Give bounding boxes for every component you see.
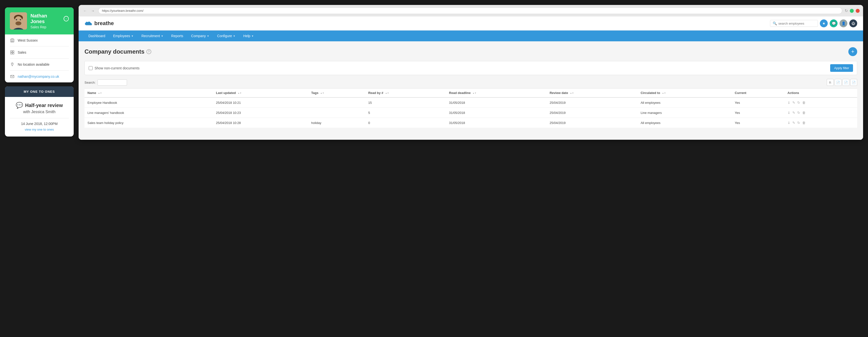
- detail-department: Sales: [10, 47, 69, 59]
- profile-header: Nathan Jones → Sales Rep: [5, 7, 74, 34]
- svg-rect-11: [11, 41, 12, 42]
- nav-reports[interactable]: Reports: [167, 30, 187, 41]
- name-sort[interactable]: ▲▼: [98, 92, 102, 94]
- star-button[interactable]: ★: [820, 20, 828, 27]
- logo: breathe: [85, 20, 114, 27]
- cell-actions-2: ⇓ ✎ ↻ 🗑: [784, 118, 857, 128]
- pdf-icon-btn[interactable]: 📄: [850, 79, 857, 86]
- cell-tags-1: [308, 108, 365, 118]
- mail-icon: [10, 74, 15, 79]
- refresh-icon-0[interactable]: ↻: [797, 101, 800, 105]
- svg-rect-16: [12, 51, 14, 52]
- svg-point-6: [16, 19, 17, 21]
- back-button[interactable]: ←: [82, 8, 88, 14]
- svg-rect-15: [10, 51, 12, 52]
- svg-point-7: [20, 19, 21, 21]
- review-divider: [10, 118, 69, 118]
- search-input[interactable]: [778, 22, 815, 25]
- address-bar: https://yourteam.breathr.com/: [98, 7, 842, 14]
- delete-icon-2[interactable]: 🗑: [802, 121, 806, 125]
- one-to-ones-header: MY ONE TO ONES: [5, 86, 74, 97]
- delete-icon-0[interactable]: 🗑: [802, 101, 806, 105]
- download-icon-1[interactable]: ⇓: [787, 111, 790, 115]
- browser-actions: ↻: [845, 8, 860, 13]
- col-circulated[interactable]: Circulated to ▲▼: [638, 89, 732, 97]
- svg-rect-9: [11, 40, 12, 40]
- cell-tags-0: [308, 97, 365, 108]
- add-document-button[interactable]: +: [848, 47, 857, 56]
- cell-deadline-1: 31/05/2018: [446, 108, 547, 118]
- profile-link-icon[interactable]: →: [64, 16, 69, 21]
- col-name[interactable]: Name ▲▼: [85, 89, 213, 97]
- circulated-sort[interactable]: ▲▼: [662, 92, 666, 94]
- pin-icon: [10, 62, 15, 67]
- search-icon: 🔍: [773, 21, 777, 25]
- updated-sort[interactable]: ▲▼: [238, 92, 242, 94]
- grid-icon: [10, 50, 15, 55]
- forward-button[interactable]: →: [90, 8, 96, 14]
- main-content: Company documents ? + Show non-current d…: [79, 41, 863, 140]
- cell-current-1: Yes: [732, 108, 784, 118]
- download-icon-0[interactable]: ⇓: [787, 101, 790, 105]
- excel-icon-btn[interactable]: 📄: [835, 79, 841, 86]
- delete-icon-1[interactable]: 🗑: [802, 111, 806, 115]
- avatar: [10, 12, 27, 30]
- non-current-filter-label[interactable]: Show non-current documents: [89, 66, 140, 70]
- nav-recruitment[interactable]: Recruitment ▼: [137, 30, 167, 41]
- svg-point-19: [12, 63, 13, 64]
- help-icon[interactable]: ?: [146, 49, 151, 54]
- col-current: Current: [732, 89, 784, 97]
- readby-sort[interactable]: ▲▼: [385, 92, 389, 94]
- apply-filter-button[interactable]: Apply filter: [830, 64, 853, 72]
- download-icon-2[interactable]: ⇓: [787, 121, 790, 125]
- location-text: West Sussex: [18, 38, 38, 42]
- green-dot: [850, 9, 854, 13]
- detail-email: nathan@mycompany.co.uk: [10, 71, 69, 82]
- view-one-to-ones-link[interactable]: view my one to ones: [25, 128, 54, 131]
- power-button[interactable]: ⏻: [849, 20, 857, 27]
- nav-company[interactable]: Company ▼: [187, 30, 213, 41]
- refresh-icon-1[interactable]: ↻: [797, 111, 800, 115]
- page-title-row: Company documents ? +: [85, 47, 857, 56]
- refresh-button[interactable]: ↻: [845, 8, 848, 13]
- non-current-checkbox[interactable]: [89, 66, 93, 70]
- table-row: Line managers' handbook 25/04/2018 10:23…: [85, 108, 857, 118]
- nav-help[interactable]: Help ▼: [240, 30, 258, 41]
- cell-readby-2: 0: [365, 118, 446, 128]
- refresh-icon-2[interactable]: ↻: [797, 121, 800, 125]
- copy-icon-btn[interactable]: ⎘: [827, 79, 834, 86]
- user-button[interactable]: 👤: [839, 20, 847, 27]
- chat-icon: 💬: [16, 102, 23, 109]
- svg-point-5: [16, 21, 21, 25]
- edit-icon-0[interactable]: ✎: [792, 101, 795, 105]
- col-last-updated[interactable]: Last updated ▲▼: [213, 89, 308, 97]
- cell-name-2: Sales team holiday policy: [85, 118, 213, 128]
- profile-card: Nathan Jones → Sales Rep: [5, 7, 74, 82]
- chat-button[interactable]: 💬: [830, 20, 838, 27]
- review-sort[interactable]: ▲▼: [570, 92, 574, 94]
- app-header: breathe 🔍 ★ 💬 👤 ⏻: [79, 17, 863, 30]
- col-read-by[interactable]: Read by # ▲▼: [365, 89, 446, 97]
- browser-window: ← → https://yourteam.breathr.com/ ↻ brea…: [79, 5, 863, 140]
- deadline-sort[interactable]: ▲▼: [472, 92, 476, 94]
- edit-icon-1[interactable]: ✎: [792, 111, 795, 115]
- tags-sort[interactable]: ▲▼: [320, 92, 324, 94]
- col-review-date[interactable]: Review date ▲▼: [547, 89, 638, 97]
- edit-icon-2[interactable]: ✎: [792, 121, 795, 125]
- profile-info: Nathan Jones → Sales Rep: [30, 13, 69, 29]
- table-header-row: Name ▲▼ Last updated ▲▼ Tags ▲▼ Read by …: [85, 89, 857, 97]
- cell-name-0: Employee Handbook: [85, 97, 213, 108]
- nav-employees[interactable]: Employees ▼: [109, 30, 137, 41]
- nav-configure[interactable]: Configure ▼: [213, 30, 240, 41]
- recruitment-caret: ▼: [161, 35, 163, 37]
- col-read-deadline[interactable]: Read deadline ▲▼: [446, 89, 547, 97]
- nav-bar: Dashboard Employees ▼ Recruitment ▼ Repo…: [79, 30, 863, 41]
- table-search-input[interactable]: [97, 80, 127, 86]
- search-field-row: Search:: [85, 80, 127, 86]
- col-tags[interactable]: Tags ▲▼: [308, 89, 365, 97]
- csv-icon-btn[interactable]: 📄: [842, 79, 849, 86]
- configure-caret: ▼: [233, 35, 236, 37]
- email-link[interactable]: nathan@mycompany.co.uk: [18, 75, 59, 79]
- nav-dashboard[interactable]: Dashboard: [85, 30, 109, 41]
- company-caret: ▼: [207, 35, 209, 37]
